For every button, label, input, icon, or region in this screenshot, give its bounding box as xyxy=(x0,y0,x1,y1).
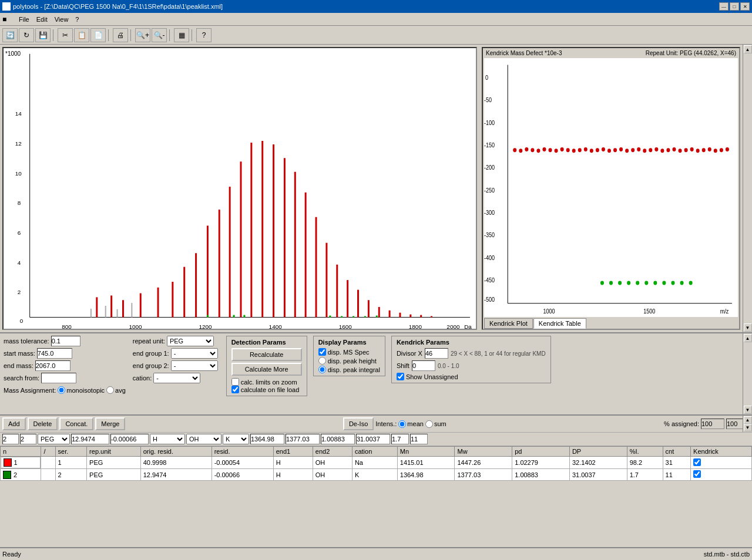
kendrick-chart[interactable]: Kendrick Mass Defect *10e-3 Repeat Unit:… xyxy=(482,47,740,330)
row2-rep-unit: PEG xyxy=(87,469,141,481)
params-scroll-up[interactable]: ▲ xyxy=(744,334,752,342)
save-button[interactable]: 💾 xyxy=(35,28,51,42)
input-cnt[interactable] xyxy=(410,434,428,444)
svg-text:-350: -350 xyxy=(484,232,495,239)
svg-text:800: 800 xyxy=(62,323,72,329)
table-scroll-down[interactable]: ▼ xyxy=(744,424,752,431)
col-mn: Mn xyxy=(397,447,455,457)
input-dp[interactable] xyxy=(356,434,390,444)
grid-button[interactable]: ▦ xyxy=(174,28,189,42)
input-orig-resid[interactable] xyxy=(71,434,109,444)
menu-bar: ■ File Edit View ? xyxy=(0,13,752,26)
input-resid[interactable] xyxy=(110,434,149,444)
svg-point-120 xyxy=(662,281,666,285)
row2-end2: OH xyxy=(313,469,352,481)
pct-assigned-1[interactable] xyxy=(701,419,724,429)
calc-on-load-checkbox[interactable] xyxy=(231,386,239,393)
zoom-out-button[interactable]: 🔍- xyxy=(152,28,167,42)
search-from-input[interactable] xyxy=(41,373,76,383)
new-button[interactable]: 🔄 xyxy=(2,28,18,42)
menu-file[interactable]: File xyxy=(15,15,33,24)
mass-spec-chart[interactable]: *1000 0 2 4 6 8 10 12 14 800 1000 1200 1… xyxy=(2,47,477,330)
delete-button[interactable]: Delete xyxy=(28,417,58,430)
calculate-more-button[interactable]: Calculate More xyxy=(231,363,302,376)
row1-end2: OH xyxy=(313,457,352,469)
tab-kendrick-table[interactable]: Kendrick Table xyxy=(533,318,586,329)
help-button[interactable]: ? xyxy=(196,28,212,42)
scroll-up-button[interactable]: ▲ xyxy=(744,45,752,53)
disp-peak-height-radio[interactable] xyxy=(318,357,326,365)
radio-avg[interactable] xyxy=(106,386,114,394)
scroll-down-button[interactable]: ▼ xyxy=(744,323,752,332)
row1-mn: 1415.01 xyxy=(397,457,455,469)
input-end1[interactable]: H xyxy=(150,434,185,444)
disp-peak-integral-radio[interactable] xyxy=(318,366,326,373)
show-unassigned-checkbox[interactable] xyxy=(397,373,404,380)
svg-point-85 xyxy=(566,148,570,152)
menu-edit[interactable]: Edit xyxy=(33,15,51,24)
end-group2-select[interactable]: - xyxy=(171,360,218,371)
end-mass-input[interactable] xyxy=(35,360,70,371)
shift-input[interactable] xyxy=(412,360,435,371)
input-rep-unit[interactable]: PEG xyxy=(38,434,70,444)
svg-point-100 xyxy=(654,147,658,151)
calc-limits-checkbox[interactable] xyxy=(231,378,239,386)
disp-ms-spec-checkbox[interactable] xyxy=(318,348,326,356)
row1-rep-unit: PEG xyxy=(87,457,141,469)
cation-label: cation: xyxy=(133,375,152,382)
maximize-button[interactable]: □ xyxy=(730,2,739,11)
radio-monoisotopic[interactable] xyxy=(58,386,65,394)
svg-point-116 xyxy=(627,281,630,285)
paste-button[interactable]: 📄 xyxy=(90,28,106,42)
charts-row: *1000 0 2 4 6 8 10 12 14 800 1000 1200 1… xyxy=(0,45,752,332)
svg-point-104 xyxy=(679,149,682,153)
copy-button[interactable]: 📋 xyxy=(74,28,89,42)
row2-pd: 1.00883 xyxy=(512,469,570,481)
print-button[interactable]: 🖨 xyxy=(113,28,128,42)
recalculate-button[interactable]: Recalculate xyxy=(231,348,302,361)
svg-point-99 xyxy=(649,148,652,152)
start-mass-input[interactable] xyxy=(37,348,72,359)
input-pct-i[interactable] xyxy=(391,434,409,444)
refresh-button[interactable]: ↻ xyxy=(19,28,34,42)
params-scroll-down[interactable]: ▼ xyxy=(744,406,752,414)
input-n[interactable] xyxy=(2,434,19,444)
minimize-button[interactable]: — xyxy=(719,2,728,11)
radio-sum[interactable] xyxy=(425,420,433,428)
de-iso-button[interactable]: De-Iso xyxy=(343,417,374,430)
svg-point-111 xyxy=(720,148,723,152)
input-cation[interactable]: K xyxy=(223,434,249,444)
end-group1-select[interactable]: - xyxy=(171,348,218,359)
toolbar: 🔄 ↻ 💾 ✂ 📋 📄 🖨 🔍+ 🔍- ▦ ? xyxy=(0,26,752,45)
row2-dp: 31.0037 xyxy=(569,469,627,481)
svg-point-90 xyxy=(596,148,599,152)
input-ser[interactable] xyxy=(20,434,36,444)
merge-button[interactable]: Merge xyxy=(95,417,125,430)
col-pct-i: %I. xyxy=(627,447,663,457)
zoom-in-button[interactable]: 🔍+ xyxy=(135,28,150,42)
divisor-x-hint: 29 < X < 88, 1 or 44 for regular KMD xyxy=(451,350,546,357)
add-button[interactable]: Add xyxy=(2,417,26,430)
mass-tolerance-input[interactable] xyxy=(51,336,80,346)
radio-mean[interactable] xyxy=(398,420,406,428)
repeat-unit-select[interactable]: PEG xyxy=(167,336,214,346)
svg-point-97 xyxy=(637,147,640,151)
pct-assigned-label: % assigned: xyxy=(664,420,699,427)
row2-kendrick-check[interactable] xyxy=(693,470,701,478)
row1-kendrick-check[interactable] xyxy=(693,458,701,466)
col-mw: Mw xyxy=(455,447,512,457)
data-table: n / ser. rep.unit orig. resid. resid. en… xyxy=(0,446,752,481)
table-scroll-up[interactable]: ▲ xyxy=(744,416,752,424)
input-mn[interactable] xyxy=(250,434,284,444)
menu-help[interactable]: ? xyxy=(72,15,82,24)
input-end2[interactable]: OH xyxy=(186,434,221,444)
cut-button[interactable]: ✂ xyxy=(58,28,73,42)
concat-button[interactable]: Concat. xyxy=(59,417,93,430)
input-mw[interactable] xyxy=(286,434,320,444)
tab-kendrick-plot[interactable]: Kendrick Plot xyxy=(484,318,533,329)
divisor-x-input[interactable] xyxy=(425,348,448,359)
input-pd[interactable] xyxy=(321,434,355,444)
close-button[interactable]: ✕ xyxy=(740,2,750,11)
cation-select[interactable]: - xyxy=(153,373,200,383)
menu-view[interactable]: View xyxy=(51,15,72,24)
